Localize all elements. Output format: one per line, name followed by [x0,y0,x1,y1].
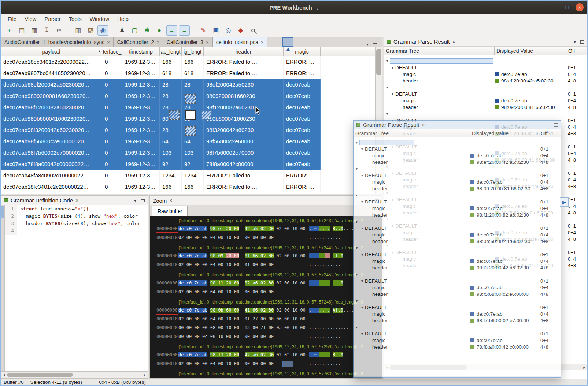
hex-line[interactable]: 0000002000 00 00 00 08 00 10 00 13 00 7f… [150,323,382,332]
tree-row-header[interactable]: header98:f5:68:00:c2:e6:00:004+8 [354,291,561,297]
chevron-down-icon[interactable]: ▾ [361,226,363,230]
tree-row-default[interactable]: ▾DEFAULT0+1 [354,225,561,231]
hex-line[interactable]: 00000000de c0 7e ab 98 ef 20 00 42 a5 02… [150,224,382,233]
chevron-down-icon[interactable]: ▾ [361,253,363,257]
packet-row[interactable]: dec07eab98f56800c2e60000020…01969-12-3…6… [1,136,375,147]
chevron-down-icon[interactable]: ▾ [356,220,358,224]
chevron-down-icon[interactable]: ▾ [386,85,388,89]
float-panel-icon[interactable] [554,123,558,127]
tree-row-magic[interactable]: magicde:c0:7e:ab0+4 [354,231,561,238]
tree-row-root[interactable]: ▾ [354,324,561,330]
chevron-down-icon[interactable]: ▾ [361,279,363,283]
tab-close-icon[interactable]: × [261,40,264,45]
close-icon[interactable]: × [169,198,172,203]
tree-row-default[interactable]: ▾DEFAULT0+1 [384,64,587,71]
tab-cellinfo_nosim.pca[interactable]: cellinfo_nosim.pca× [212,37,267,47]
packet-row[interactable]: dec07eab78f8a00042c00000022…01969-12-3…9… [1,158,375,170]
hex-line[interactable]: 0000001002 00 00 00 04 00 10 00 0f 27 00… [150,315,382,323]
tree-row-default[interactable]: ▾DEFAULT0+1 [354,251,561,258]
import-icon[interactable]: ↧ [41,25,52,36]
tree-row-header[interactable]: header98:0b:60:00:41:66:02:304+8 [354,238,561,245]
tree-row-default[interactable]: ▾DEFAULT0+1 [354,304,561,310]
tree-row-root[interactable]: ▾ [354,192,561,198]
tree-row-default[interactable]: ▾DEFAULT0+1 [354,277,561,284]
menu-item-tools[interactable]: Tools [65,15,86,23]
tree-row-magic[interactable]: magicde:c0:7e:ab0+4 [354,258,561,264]
tree-row-default[interactable]: ▾DEFAULT0+1 [384,91,587,97]
tab-close-icon[interactable]: × [206,40,209,45]
new-file-icon[interactable]: + [4,25,15,36]
tree-row-default[interactable]: ▾DEFAULT0+1 [354,172,561,179]
menu-item-help[interactable]: Help [113,15,133,23]
tree-row-header[interactable]: header98:f7:b6:00:02:e7:00:004+8 [354,317,561,324]
packet-row[interactable]: dec07eab48fa8c0902c10000022…01969-12-3…1… [1,170,375,181]
panel-menu-icon[interactable]: ▾ [134,198,136,203]
chevron-down-icon[interactable]: ▾ [386,112,388,116]
left-scroll-strip[interactable] [1,205,5,371]
chevron-down-icon[interactable]: ▾ [392,66,393,70]
chevron-down-icon[interactable]: ▾ [356,299,358,303]
chevron-down-icon[interactable]: ▾ [356,140,358,144]
paste-icon[interactable]: ▧ [85,25,96,36]
close-icon[interactable]: × [75,198,78,203]
web-icon[interactable]: ◎ [223,25,234,36]
hex-line[interactable]: 0000001002 00 00 00 04 00 10 00 00 00 00… [150,359,382,368]
tree-row-root[interactable]: ▾ [354,165,561,172]
tab-CallController_2[interactable]: CallController_2× [114,37,163,47]
tab-close-icon[interactable]: × [156,40,159,45]
chevron-down-icon[interactable]: ▾ [356,325,358,329]
scrollbar-thumb[interactable] [376,49,381,75]
tree-row-magic[interactable]: magicde:c0:7e:ab0+4 [354,284,561,291]
tree-row-magic[interactable]: magicde:c0:7e:ab0+4 [384,71,587,77]
tree-row-root[interactable]: ▾ [354,297,561,304]
screen-icon[interactable]: ▢ [129,25,140,36]
packet-row[interactable]: dec07eab98f7b60002e70000020…01969-12-3…1… [1,147,375,158]
tree-row-magic[interactable]: magicde:c0:7e:ab0+4 [384,97,587,104]
tree-column-header-off[interactable]: Off [539,129,561,137]
hex-line[interactable]: 0000003000 00 00 0c 00 10 00 00 00 00 00… [150,332,382,341]
preview-icon[interactable]: ◉ [97,25,108,36]
tree-row-root[interactable]: ▾ [384,110,587,117]
column-header-payload[interactable]: payload▴ [1,47,102,56]
packet-row[interactable]: dec07eab9807bc0441650230020…01969-12-3…6… [1,67,375,79]
menu-item-file[interactable]: File [4,15,21,23]
tree-row-header[interactable]: header98:09:20:00:81:66:02:304+8 [384,104,587,110]
chevron-down-icon[interactable]: ▾ [361,332,363,336]
chevron-down-icon[interactable]: ▾ [361,147,363,151]
chevron-down-icon[interactable]: ▾ [361,173,363,177]
tree-row-header[interactable]: header98:f1:20:00:82:a6:02:304+8 [354,212,561,218]
chevron-down-icon[interactable]: ▾ [392,92,393,96]
chevron-down-icon[interactable]: ▾ [361,200,363,204]
chevron-down-icon[interactable]: ▾ [356,246,358,250]
menu-item-window[interactable]: Window [86,15,113,23]
grammar-parse-icon[interactable]: ≡ [179,25,190,36]
run-icon[interactable]: ● [154,25,165,36]
tree-row-magic[interactable]: magicde:c0:7e:ab0+4 [354,152,561,159]
tree-row-root[interactable]: ▾ [384,58,587,64]
grammar-icon[interactable]: ≡ [166,25,177,36]
save-icon[interactable]: ▦ [29,25,40,36]
hex-line[interactable]: 00000000de c0 7e ab 98 09 20 00 81 66 02… [150,251,382,260]
tree-row-root[interactable]: ▾ [354,245,561,251]
search-icon[interactable] [248,25,259,36]
pin-icon[interactable]: ◆ [235,25,246,36]
zoom-panel-titlebar[interactable]: Zoom × ▾ [150,196,382,205]
packet-row[interactable]: dec07eab18fc3401c2c20000022…01969-12-3…1… [1,181,375,192]
column-header-header[interactable]: header [204,47,284,56]
code-panel-titlebar[interactable]: Grammar Definition Code × ▾ [1,196,148,205]
tree-row-magic[interactable]: magicde:c0:7e:ab0+4 [354,205,561,212]
tab-AudioController_1_handleVocoderInfo_sync[interactable]: AudioController_1_handleVocoderInfo_sync… [1,37,114,47]
tree-row-header[interactable]: header98:09:20:00:81:66:02:304+8 [354,185,561,192]
tab-CallController_3[interactable]: CallController_3× [163,37,212,47]
hex-line[interactable]: 00000000de c0 7e ab 98 0b 60 00 41 66 02… [150,306,382,315]
debug-icon[interactable]: ✱ [141,25,152,36]
tree-column-header-off[interactable]: Off [566,47,587,55]
user-icon[interactable]: ♟ [117,25,127,36]
column-header-ap_lengt[interactable]: ap_lengt [160,47,182,56]
parse-panel-titlebar[interactable]: Grammar Parse Result × ▾ [384,37,587,47]
chevron-down-icon[interactable]: ▾ [356,167,358,171]
tree-row-root[interactable]: ▾ [354,218,561,225]
close-button[interactable]: × [576,3,584,11]
titlebar[interactable]: PRE Workbench - . – □ × [1,1,587,14]
scroll-right-icon[interactable]: ▸ [581,365,587,370]
